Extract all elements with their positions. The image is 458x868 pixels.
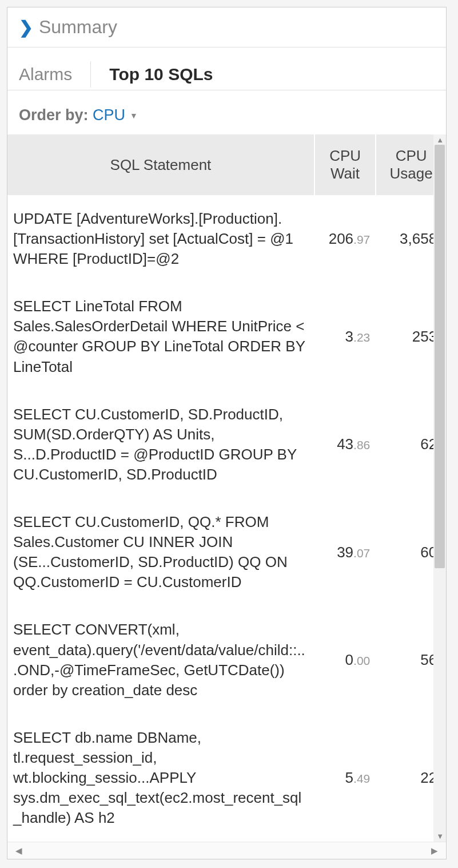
order-by-value: CPU: [93, 106, 125, 124]
cpu-wait-cell: 206.97: [314, 195, 376, 283]
sql-panel: ❯ Summary Alarms Top 10 SQLs Order by: C…: [7, 7, 447, 859]
summary-expander[interactable]: ❯ Summary: [7, 7, 446, 47]
tab-bar: Alarms Top 10 SQLs: [7, 47, 446, 90]
sql-cell: SELECT CU.CustomerID, QQ.* FROM Sales.Cu…: [7, 498, 314, 606]
sql-cell: SELECT CONVERT(xml, event_data).query('/…: [7, 606, 314, 714]
order-by-row: Order by: CPU ▼: [7, 90, 446, 134]
scroll-right-icon[interactable]: ▶: [431, 846, 438, 856]
order-by-label: Order by:: [19, 106, 89, 124]
table-row[interactable]: SELECT LineTotal FROM Sales.SalesOrderDe…: [7, 283, 446, 390]
scroll-down-icon[interactable]: ▼: [436, 832, 444, 841]
caret-down-icon: ▼: [130, 111, 138, 120]
order-by-dropdown[interactable]: CPU ▼: [93, 106, 138, 124]
table-header-row: SQL Statement CPU Wait CPU Usage: [7, 134, 446, 195]
sql-cell: SELECT LineTotal FROM Sales.SalesOrderDe…: [7, 283, 314, 390]
vertical-scrollbar[interactable]: ▲ ▼: [433, 134, 446, 842]
cpu-wait-cell: 39.07: [314, 498, 376, 606]
summary-title: Summary: [39, 17, 117, 38]
tab-top-sqls-label: Top 10 SQLs: [109, 65, 213, 84]
cpu-wait-cell: 3.23: [314, 283, 376, 390]
tab-top-sqls[interactable]: Top 10 SQLs: [109, 61, 213, 88]
table-wrap: SQL Statement CPU Wait CPU Usage UPDATE …: [7, 134, 446, 842]
sql-table: SQL Statement CPU Wait CPU Usage UPDATE …: [7, 134, 446, 842]
sql-cell: UPDATE [AdventureWorks].[Production].[Tr…: [7, 195, 314, 283]
cpu-wait-cell: 0.00: [314, 606, 376, 714]
sql-cell: SELECT db.name DBName, tl.request_sessio…: [7, 714, 314, 842]
table-row[interactable]: SELECT db.name DBName, tl.request_sessio…: [7, 714, 446, 842]
vertical-scrollbar-thumb[interactable]: [435, 145, 445, 568]
table-row[interactable]: SELECT CU.CustomerID, QQ.* FROM Sales.Cu…: [7, 498, 446, 606]
scroll-left-icon[interactable]: ◀: [15, 846, 22, 856]
cpu-wait-cell: 43.86: [314, 391, 376, 498]
col-header-sql[interactable]: SQL Statement: [7, 134, 314, 195]
sql-cell: SELECT CU.CustomerID, SD.ProductID, SUM(…: [7, 391, 314, 498]
table-row[interactable]: SELECT CU.CustomerID, SD.ProductID, SUM(…: [7, 391, 446, 498]
col-header-cpu-wait[interactable]: CPU Wait: [314, 134, 376, 195]
table-row[interactable]: SELECT CONVERT(xml, event_data).query('/…: [7, 606, 446, 714]
tab-alarms[interactable]: Alarms: [19, 61, 91, 88]
tab-alarms-label: Alarms: [19, 65, 72, 84]
scroll-up-icon[interactable]: ▲: [436, 136, 444, 144]
chevron-right-icon: ❯: [19, 19, 33, 36]
horizontal-scrollbar[interactable]: ◀ ▶: [7, 842, 446, 859]
cpu-wait-cell: 5.49: [314, 714, 376, 842]
table-row[interactable]: UPDATE [AdventureWorks].[Production].[Tr…: [7, 195, 446, 283]
